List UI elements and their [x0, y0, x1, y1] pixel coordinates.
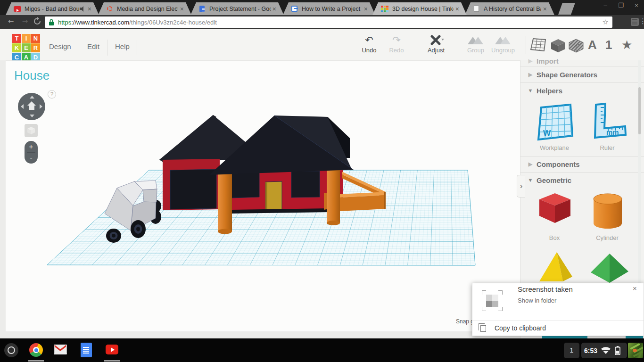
- google-docs-icon[interactable]: [81, 343, 92, 357]
- ungroup-icon: [489, 35, 517, 46]
- help-button[interactable]: ?: [48, 90, 56, 99]
- window-restore-button[interactable]: ❐: [615, 2, 627, 9]
- chevron-right-icon: ▶: [524, 58, 537, 64]
- screenshot-notification[interactable]: Screenshot taken Show in folder × Copy t…: [472, 283, 644, 336]
- screenshot-thumbnail[interactable]: [482, 290, 503, 311]
- app-launcher-button[interactable]: [4, 343, 18, 357]
- striped-cube-icon[interactable]: [569, 39, 584, 55]
- ungroup-button[interactable]: Ungroup: [489, 35, 517, 54]
- new-tab-button[interactable]: [558, 3, 575, 15]
- rotate-right-arrow[interactable]: [40, 104, 42, 109]
- tab-media-design[interactable]: Media and Design Electi ×: [98, 2, 191, 15]
- sidebar-section-shape-generators[interactable]: ▶ Shape Generators: [520, 66, 644, 82]
- chrome-icon[interactable]: [29, 343, 43, 357]
- window-minimize-button[interactable]: –: [600, 2, 611, 9]
- sidebar-section-geometric[interactable]: ▼ Geometric: [520, 172, 644, 188]
- audio-playing-icon: [80, 6, 86, 12]
- house-door[interactable]: [265, 181, 282, 211]
- workplane-shape-icon[interactable]: W: [537, 102, 574, 145]
- show-in-folder-link[interactable]: Show in folder: [518, 297, 556, 304]
- close-tab-icon[interactable]: ×: [180, 6, 184, 12]
- group-icon: [462, 35, 490, 46]
- forward-button[interactable]: →: [20, 17, 30, 25]
- sidebar-section-components[interactable]: ▶ Components: [520, 156, 644, 172]
- menu-help[interactable]: Help: [115, 42, 130, 50]
- menu-edit[interactable]: Edit: [87, 42, 99, 50]
- house-window-left[interactable]: [231, 171, 259, 198]
- design-canvas[interactable]: House ? + - Snap g: [6, 60, 520, 331]
- close-tab-icon[interactable]: ×: [88, 6, 91, 12]
- porch-pillar-left[interactable]: [218, 173, 232, 234]
- chevron-down-icon: ▼: [524, 88, 537, 93]
- symbols-category-icon[interactable]: ★: [621, 38, 632, 52]
- youtube-icon[interactable]: [106, 345, 118, 354]
- status-area[interactable]: 6:53: [581, 343, 627, 358]
- url-bar[interactable]: https://www.tinkercad.com/things/06Uv3zn…: [45, 16, 612, 28]
- close-tab-icon[interactable]: ×: [455, 6, 459, 12]
- undo-button[interactable]: ↶ Undo: [355, 35, 383, 54]
- menu-design[interactable]: Design: [49, 42, 71, 50]
- pyramid-shape-icon[interactable]: [536, 252, 574, 285]
- tab-youtube[interactable]: Migos - Bad and Bouj ×: [6, 2, 99, 15]
- box-shape-icon[interactable]: [539, 193, 570, 225]
- tab-title: 3D design House | Tinke: [392, 6, 454, 12]
- rotate-up-arrow[interactable]: [30, 96, 34, 99]
- workplane-category-icon[interactable]: [530, 38, 547, 55]
- loading-spinner-icon: [106, 5, 114, 13]
- cylinder-shape-icon[interactable]: [593, 193, 622, 231]
- system-shelf: 1 6:53: [0, 338, 644, 362]
- user-avatar[interactable]: [628, 343, 643, 358]
- screen: Migos - Bad and Bouj × Media and Design …: [0, 0, 644, 362]
- tab-title: How to Write a Project S: [302, 6, 362, 12]
- sidebar-collapse-handle[interactable]: ›: [517, 175, 525, 197]
- home-view-icon[interactable]: [27, 101, 36, 111]
- svg-text:mm: mm: [606, 128, 619, 136]
- sidebar-section-helpers[interactable]: ▼ Helpers: [520, 82, 644, 99]
- design-title[interactable]: House: [14, 68, 50, 83]
- bookmark-star-icon[interactable]: ☆: [603, 18, 609, 26]
- tinkercad-logo[interactable]: TIN KER CAD: [12, 34, 40, 62]
- solid-cube-icon[interactable]: [551, 39, 566, 55]
- shape-label: Box: [531, 234, 578, 241]
- browser-tab-strip: Migos - Bad and Bouj × Media and Design …: [0, 0, 644, 15]
- numbers-category-icon[interactable]: 1: [605, 38, 612, 52]
- tab-title: Migos - Bad and Bouj: [25, 6, 79, 12]
- rotate-left-arrow[interactable]: [21, 104, 24, 109]
- adjust-button[interactable]: Adjust: [422, 35, 450, 54]
- close-tab-icon[interactable]: ×: [364, 6, 368, 12]
- tab-central-banking[interactable]: A History of Central Ban ×: [465, 2, 554, 15]
- window-close-button[interactable]: ×: [631, 2, 642, 9]
- ruler-shape-icon[interactable]: mm: [589, 102, 627, 145]
- back-button[interactable]: ←: [6, 17, 16, 25]
- fit-view-button[interactable]: [25, 124, 38, 137]
- garage-door[interactable]: [170, 169, 216, 209]
- tab-project-statement[interactable]: Project Statement - Goog ×: [190, 2, 284, 15]
- rotate-down-arrow[interactable]: [30, 115, 34, 117]
- roof-shape-icon[interactable]: [590, 254, 629, 285]
- letters-category-icon[interactable]: A: [588, 38, 597, 52]
- close-tab-icon[interactable]: ×: [272, 6, 276, 12]
- close-tab-icon[interactable]: ×: [543, 6, 547, 12]
- wikihow-favicon: [291, 5, 298, 13]
- zoom-in-button[interactable]: +: [25, 141, 38, 152]
- shape-label: Ruler: [584, 144, 631, 151]
- tab-howto[interactable]: How to Write a Project S ×: [283, 2, 375, 15]
- notification-title: Screenshot taken: [518, 285, 573, 293]
- notification-close-icon[interactable]: ×: [633, 284, 637, 292]
- gmail-icon[interactable]: [54, 345, 67, 354]
- extension-icon[interactable]: [631, 18, 639, 26]
- zoom-out-button[interactable]: -: [25, 152, 38, 164]
- tab-tinkercad-active[interactable]: 3D design House | Tinke ×: [372, 2, 467, 15]
- notification-count-badge[interactable]: 1: [564, 343, 579, 358]
- wifi-icon: [601, 346, 611, 354]
- porch-pillar-right[interactable]: [327, 170, 340, 225]
- orbit-navigation-pad[interactable]: [18, 93, 45, 120]
- copy-to-clipboard-button[interactable]: Copy to clipboard: [495, 324, 546, 332]
- reload-button[interactable]: [33, 17, 41, 27]
- house-window-right[interactable]: [291, 171, 320, 197]
- browser-menu-icon[interactable]: ⋮: [639, 17, 644, 25]
- group-button[interactable]: Group: [462, 35, 490, 54]
- scrollbar-thumb[interactable]: [638, 87, 641, 134]
- redo-icon: ↷: [382, 35, 411, 46]
- redo-button[interactable]: ↷ Redo: [382, 35, 411, 54]
